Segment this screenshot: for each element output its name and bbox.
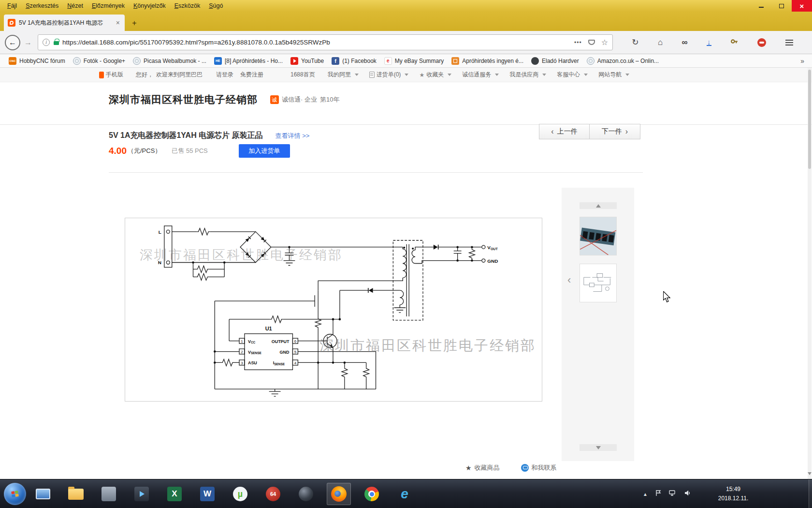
favorite-item-link[interactable]: ★ 收藏商品: [465, 463, 500, 472]
register-link[interactable]: 免费注册: [240, 71, 263, 79]
start-button[interactable]: [4, 483, 26, 505]
login-link[interactable]: 请登录: [216, 71, 233, 79]
menu-view[interactable]: Nézet: [63, 1, 87, 11]
utorrent-icon: µ: [233, 487, 247, 501]
taskbar-app64-button[interactable]: 64: [261, 483, 285, 505]
key-extension-icon[interactable]: [730, 37, 739, 48]
bookmark-aprohirdetes[interactable]: HE[8] Apróhirdetés - Ho...: [210, 56, 287, 66]
tray-expand-icon[interactable]: ▲: [643, 492, 648, 497]
tab-product-page[interactable]: 5V 1A充电器控制器1YAH 电源芯 ×: [4, 15, 125, 31]
page-actions-icon[interactable]: •••: [574, 39, 582, 46]
show-desktop-button[interactable]: [809, 479, 812, 508]
new-tab-button[interactable]: +: [129, 17, 140, 29]
menu-file[interactable]: Fájl: [3, 1, 21, 11]
chengxintong-badge: 诚 诚信通· 企业 第10年: [270, 95, 339, 104]
chengxintong-service-menu[interactable]: 诚信通服务: [462, 71, 499, 79]
maximize-icon: [779, 4, 784, 8]
taskbar-word-button[interactable]: W: [195, 483, 219, 505]
menu-tools[interactable]: Eszközök: [170, 1, 205, 11]
bookmark-amazon[interactable]: Amazon.co.uk – Onlin...: [583, 56, 663, 66]
minimize-button[interactable]: [751, 0, 771, 12]
menu-history[interactable]: Előzmények: [87, 1, 129, 11]
chengxintong-icon: 诚: [270, 95, 279, 104]
taskbar-chrome-button[interactable]: [360, 483, 384, 505]
https-lock-icon[interactable]: [54, 41, 59, 45]
taskbar-app-button[interactable]: [97, 483, 121, 505]
price-value: 4.00: [109, 146, 127, 156]
gallery-scroll-up-button[interactable]: [580, 202, 617, 209]
reload-icon[interactable]: ↻: [632, 37, 638, 47]
bookmark-google-plus[interactable]: Fotók - Google+: [69, 56, 129, 66]
pin-label-isense: ISENSE: [273, 360, 285, 365]
bookmarks-overflow-chevron[interactable]: »: [800, 57, 807, 65]
thumbnail-photo[interactable]: [580, 217, 617, 255]
bookmark-hobbycnc[interactable]: CNCHobbyCNC fórum: [5, 56, 69, 66]
forward-button[interactable]: →: [24, 38, 32, 47]
taskbar-utorrent-button[interactable]: µ: [228, 483, 252, 505]
bookmark-ebay[interactable]: eMy eBay Summary: [380, 56, 448, 66]
taskbar-media-button[interactable]: [130, 483, 154, 505]
pocket-icon[interactable]: [588, 40, 595, 45]
navigation-toolbar: ← → i https://detail.1688.com/pic/551700…: [0, 31, 812, 54]
taskbar-ie-button[interactable]: e: [392, 483, 417, 505]
thumbnail-schematic[interactable]: [580, 264, 617, 302]
extension-mask-icon[interactable]: ∞: [682, 38, 688, 47]
bookmark-label: YouTube: [301, 58, 324, 64]
taskbar-sphere-app-button[interactable]: [294, 483, 318, 505]
add-to-cart-button[interactable]: 加入进货单: [239, 144, 290, 158]
action-center-flag-icon[interactable]: [655, 490, 662, 498]
taskbar-clock[interactable]: 15:49 2018.12.11.: [714, 485, 752, 503]
cart-menu[interactable]: 进货单(0): [369, 71, 409, 79]
bookmark-youtube[interactable]: YouTube: [287, 56, 328, 66]
key-icon: [730, 37, 739, 45]
menu-help[interactable]: Súgó: [204, 1, 227, 11]
sitemap-menu[interactable]: 网站导航: [598, 71, 629, 79]
menu-icon[interactable]: [785, 42, 793, 43]
contact-me-link[interactable]: 和我联系: [521, 463, 557, 472]
close-button[interactable]: ×: [792, 0, 812, 12]
next-item-button[interactable]: 下一件 ›: [590, 124, 640, 139]
url-input[interactable]: https://detail.1688.com/pic/551700795392…: [62, 39, 574, 46]
gallery-prev-chevron[interactable]: ‹: [567, 274, 571, 286]
taskbar-explorer-button[interactable]: [64, 483, 88, 505]
taskbar-firefox-button[interactable]: [327, 483, 351, 505]
network-icon[interactable]: [669, 490, 677, 498]
bookmark-elado-hardver[interactable]: Eladó Hardver: [527, 56, 583, 66]
scrollbar-down-icon[interactable]: [808, 472, 812, 477]
my-ali-menu[interactable]: 我的阿里: [328, 71, 359, 79]
taskbar-excel-button[interactable]: X: [162, 483, 187, 505]
favorites-menu[interactable]: ★收藏夹: [419, 71, 451, 79]
home-icon[interactable]: ⌂: [658, 38, 663, 47]
menu-bookmarks[interactable]: Könyvjelzők: [129, 1, 170, 11]
customer-service-menu[interactable]: 客服中心: [557, 71, 588, 79]
page-scrollbar[interactable]: [808, 68, 812, 479]
tab-close-icon[interactable]: ×: [115, 19, 121, 27]
url-bar[interactable]: i https://detail.1688.com/pic/5517007953…: [38, 34, 613, 50]
tab-title: 5V 1A充电器控制器1YAH 电源芯: [19, 19, 112, 27]
bookmark-aprohirdetes-ingyen[interactable]: Apróhirdetés ingyen é...: [448, 56, 527, 66]
volume-icon[interactable]: [684, 490, 691, 498]
gallery-scroll-down-button[interactable]: [580, 444, 617, 451]
bookmark-picasa[interactable]: Picasa Webalbumok - ...: [129, 56, 210, 66]
download-icon[interactable]: ↓: [707, 39, 711, 46]
header-divider: [0, 124, 812, 125]
label-line-l: L: [159, 229, 161, 235]
maximize-button[interactable]: [771, 0, 792, 12]
previous-item-button[interactable]: ‹ 上一件: [539, 124, 590, 139]
seller-name[interactable]: 深圳市福田区科世胜电子经销部: [109, 93, 258, 106]
bookmark-star-icon[interactable]: ☆: [601, 38, 608, 47]
youtube-favicon: [290, 57, 298, 65]
bookmark-facebook[interactable]: f(1) Facebook: [328, 56, 380, 66]
toolbar-icons: ↻ ⌂ ∞ ↓: [613, 37, 812, 48]
menu-edit[interactable]: Szerkesztés: [21, 1, 63, 11]
view-details-link[interactable]: 查看详情 >>: [276, 132, 310, 140]
scrollbar-thumb[interactable]: [808, 70, 811, 169]
supplier-menu[interactable]: 我是供应商: [509, 71, 546, 79]
windows-flag-icon: [10, 489, 20, 499]
mobile-version-link[interactable]: 手机版: [99, 71, 123, 79]
adblock-extension-icon[interactable]: [757, 38, 766, 47]
back-button[interactable]: ←: [5, 35, 20, 50]
page-info-icon[interactable]: i: [43, 39, 50, 46]
taskbar-computer-button[interactable]: [31, 483, 55, 505]
home-1688-link[interactable]: 1688首页: [290, 71, 315, 79]
